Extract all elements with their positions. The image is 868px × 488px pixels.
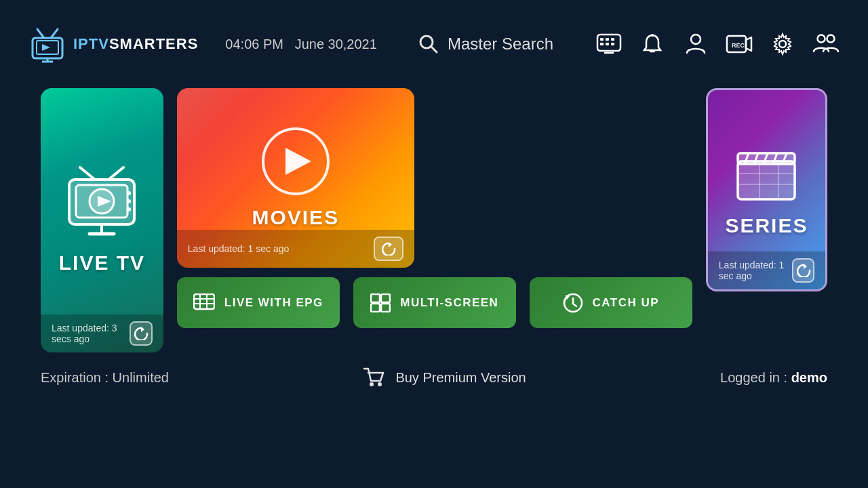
footer: Expiration : Unlimited Buy Premium Versi…: [0, 352, 868, 403]
live-tv-refresh-button[interactable]: [130, 321, 152, 346]
user-icon: [685, 33, 707, 56]
record-icon: REC: [726, 33, 753, 55]
svg-rect-50: [738, 161, 795, 199]
cards-row: LIVE TV Last updated: 3 secs ago MOVIES: [41, 88, 827, 352]
notification-icon: [641, 33, 664, 56]
svg-rect-44: [371, 294, 380, 302]
multi-screen-label: MULTI-SCREEN: [400, 296, 498, 310]
switch-user-icon: [812, 33, 840, 56]
svg-point-19: [691, 35, 701, 44]
logo-text: IPTVSMARTERS: [73, 36, 198, 52]
live-epg-label: LIVE WITH EPG: [224, 296, 323, 310]
header-icons: REC: [594, 29, 841, 59]
svg-point-62: [370, 382, 374, 386]
svg-rect-15: [611, 43, 614, 45]
svg-marker-21: [746, 37, 751, 51]
svg-marker-61: [804, 264, 807, 269]
buy-premium-button[interactable]: Buy Premium Version: [363, 366, 526, 389]
action-buttons: LIVE WITH EPG MULTI-SCREEN: [177, 277, 692, 328]
svg-point-18: [651, 34, 654, 37]
series-refresh-icon: [796, 264, 811, 277]
logo-icon: [27, 26, 68, 63]
user-button[interactable]: [681, 29, 711, 59]
switch-user-button[interactable]: [811, 29, 841, 59]
svg-point-32: [127, 191, 131, 195]
multi-screen-button[interactable]: MULTI-SCREEN: [353, 277, 516, 328]
record-button[interactable]: REC: [724, 29, 754, 59]
svg-point-34: [127, 207, 131, 211]
logged-in: Logged in : demo: [720, 370, 827, 386]
svg-point-63: [378, 382, 382, 386]
live-epg-button[interactable]: LIVE WITH EPG: [177, 277, 340, 328]
svg-point-24: [818, 35, 825, 43]
movies-last-updated: Last updated: 1 sec ago: [188, 243, 289, 254]
series-label: SERIES: [725, 214, 808, 237]
movies-card[interactable]: MOVIES Last updated: 1 sec ago: [177, 88, 414, 268]
main-content: LIVE TV Last updated: 3 secs ago MOVIES: [0, 88, 868, 352]
svg-rect-10: [600, 38, 604, 41]
live-tv-last-updated: Last updated: 3 secs ago: [52, 323, 130, 344]
svg-point-23: [779, 41, 786, 47]
header: IPTVSMARTERS 04:06 PM June 30,2021 Maste…: [0, 0, 868, 88]
svg-line-27: [108, 167, 123, 180]
series-refresh-button[interactable]: [792, 258, 814, 283]
svg-rect-14: [606, 43, 609, 45]
svg-rect-47: [381, 304, 390, 312]
catch-up-icon: [563, 293, 583, 313]
multi-screen-icon: [370, 293, 391, 312]
logo: IPTVSMARTERS: [27, 26, 198, 63]
search-icon: [418, 33, 439, 55]
movies-footer: Last updated: 1 sec ago: [177, 230, 414, 268]
svg-rect-13: [600, 43, 604, 45]
svg-rect-45: [381, 294, 390, 302]
svg-marker-37: [141, 327, 144, 332]
search-bar[interactable]: Master Search: [418, 33, 553, 55]
expiration: Expiration : Unlimited: [41, 370, 169, 386]
svg-marker-4: [42, 44, 50, 51]
epg-icon: [596, 33, 622, 55]
svg-rect-46: [371, 304, 380, 312]
svg-marker-38: [389, 242, 392, 247]
refresh-icon: [134, 327, 149, 340]
movies-refresh-icon: [381, 242, 396, 256]
series-footer: Last updated: 1 sec ago: [708, 251, 825, 289]
settings-button[interactable]: [768, 29, 797, 59]
live-tv-label: LIVE TV: [59, 251, 145, 274]
svg-text:REC: REC: [732, 42, 745, 49]
series-last-updated: Last updated: 1 sec ago: [719, 260, 792, 281]
svg-line-1: [51, 29, 58, 38]
movies-play-icon: [262, 127, 330, 195]
svg-line-26: [80, 167, 95, 180]
movies-refresh-button[interactable]: [374, 237, 403, 261]
settings-icon: [771, 33, 794, 56]
catch-up-button[interactable]: CATCH UP: [530, 277, 692, 328]
movies-label: MOVIES: [252, 206, 339, 229]
series-clapboard-icon: [732, 142, 800, 203]
svg-rect-12: [611, 38, 614, 41]
datetime: 04:06 PM June 30,2021: [225, 37, 377, 52]
svg-point-33: [127, 199, 131, 203]
series-card[interactable]: SERIES Last updated: 1 sec ago: [706, 88, 827, 291]
svg-rect-11: [606, 38, 609, 41]
svg-line-0: [37, 29, 44, 38]
notification-button[interactable]: [637, 29, 667, 59]
live-epg-icon: [193, 293, 215, 312]
svg-point-25: [827, 35, 835, 43]
epg-button[interactable]: [594, 29, 624, 59]
svg-rect-39: [194, 294, 214, 309]
live-tv-footer: Last updated: 3 secs ago: [41, 314, 163, 352]
svg-line-8: [431, 46, 437, 52]
cart-icon: [363, 366, 386, 389]
catch-up-label: CATCH UP: [593, 296, 660, 310]
search-label: Master Search: [448, 35, 553, 54]
buy-premium-label: Buy Premium Version: [395, 370, 526, 386]
live-tv-icon: [61, 166, 142, 241]
live-tv-card[interactable]: LIVE TV Last updated: 3 secs ago: [41, 88, 163, 352]
